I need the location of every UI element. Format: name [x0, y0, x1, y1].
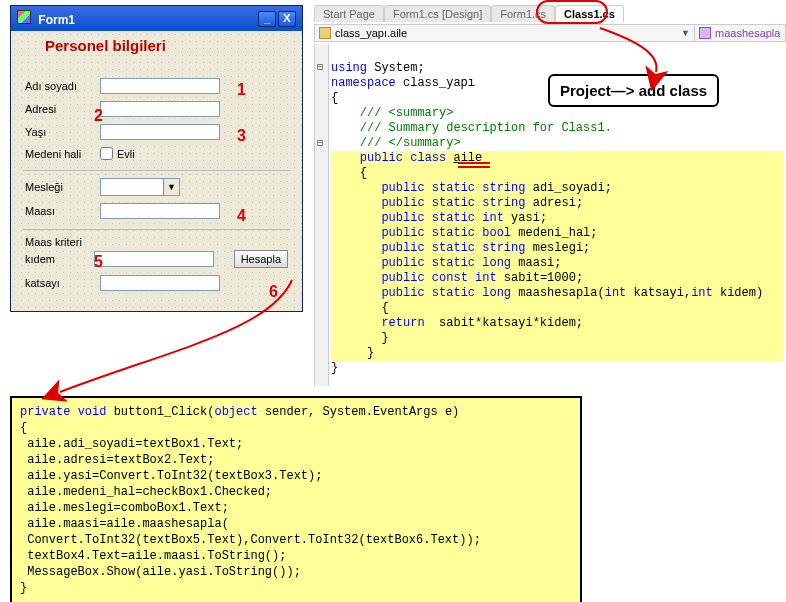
- app-icon: [17, 10, 31, 24]
- class-selector[interactable]: class_yapı.aile ▼: [315, 25, 695, 41]
- textbox-2[interactable]: [100, 101, 220, 117]
- label-adsoyad: Adı soyadı: [25, 80, 100, 92]
- event-handler-code: private void button1_Click(object sender…: [10, 396, 582, 602]
- tab-form-cs[interactable]: Form1.cs: [491, 5, 555, 22]
- label-adresi: Adresi: [25, 103, 100, 115]
- editor-gutter: ⊟ ⊟: [315, 44, 329, 386]
- group-title: Personel bilgileri: [45, 37, 166, 54]
- textbox-4[interactable]: [100, 203, 220, 219]
- label-maasi: Maası: [25, 205, 100, 217]
- label-medeni: Medeni hali: [25, 148, 100, 160]
- label-kidem: kıdem: [25, 253, 94, 265]
- member-selector-text: maashesapla: [715, 27, 780, 39]
- label-katsayi: katsayı: [25, 277, 100, 289]
- callout-add-class: Project—> add class: [548, 74, 719, 107]
- chevron-down-icon: ▼: [163, 179, 179, 195]
- combobox-meslegi[interactable]: ▼: [100, 178, 180, 196]
- textbox-1[interactable]: [100, 78, 220, 94]
- form-window: Form1 _ X Personel bilgileri Adı soyadı …: [10, 5, 303, 312]
- minimize-button[interactable]: _: [258, 11, 276, 27]
- tab-start-page[interactable]: Start Page: [314, 5, 384, 22]
- hesapla-button[interactable]: Hesapla: [234, 250, 288, 268]
- window-title: Form1: [38, 13, 75, 27]
- ide-tabs: Start Page Form1.cs [Design] Form1.cs Cl…: [314, 5, 624, 22]
- annotation-3: 3: [237, 127, 246, 145]
- close-button[interactable]: X: [278, 11, 296, 27]
- outline-toggle-icon[interactable]: ⊟: [317, 136, 323, 151]
- label-yasi: Yaşı: [25, 126, 100, 138]
- class-selector-bar: class_yapı.aile ▼ maashesapla: [314, 24, 786, 42]
- annotation-1: 1: [237, 81, 246, 99]
- tab-class1-cs[interactable]: Class1.cs: [555, 5, 624, 22]
- chevron-down-icon: ▼: [681, 28, 690, 38]
- annotation-2: 2: [94, 107, 103, 125]
- textbox-5[interactable]: [94, 251, 214, 267]
- annotation-4: 4: [237, 207, 246, 225]
- class-selector-text: class_yapı.aile: [335, 27, 407, 39]
- checkbox-evli[interactable]: [100, 147, 113, 160]
- form-body: Personel bilgileri Adı soyadı Adresi Yaş…: [11, 31, 302, 311]
- label-evli: Evli: [117, 148, 135, 160]
- tab-form-design[interactable]: Form1.cs [Design]: [384, 5, 491, 22]
- textbox-6[interactable]: [100, 275, 220, 291]
- annotation-6: 6: [269, 283, 278, 301]
- outline-toggle-icon[interactable]: ⊟: [317, 60, 323, 75]
- label-maaskriteri: Maas kriteri: [25, 236, 100, 248]
- class-icon: [319, 27, 331, 39]
- textbox-3[interactable]: [100, 124, 220, 140]
- member-selector[interactable]: maashesapla: [695, 25, 785, 41]
- annotation-5: 5: [94, 253, 103, 271]
- titlebar[interactable]: Form1 _ X: [11, 6, 302, 31]
- method-icon: [699, 27, 711, 39]
- label-meslegi: Mesleği: [25, 181, 100, 193]
